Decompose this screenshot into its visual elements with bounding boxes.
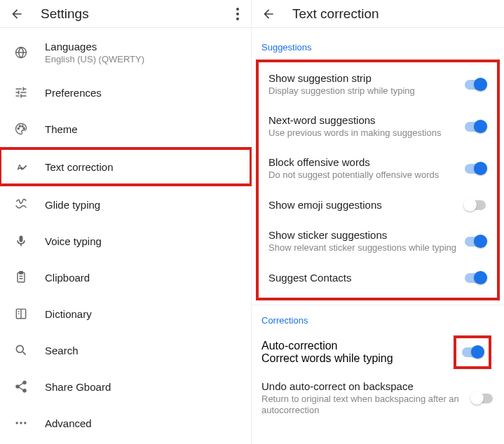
svg-point-1 <box>18 128 19 130</box>
row-title: Undo auto-correct on backspace <box>261 380 470 392</box>
row-undo-auto-correct[interactable]: Undo auto-correct on backspace Return to… <box>252 369 504 426</box>
svg-point-8 <box>16 345 23 352</box>
tune-icon <box>13 84 29 101</box>
toggle-switch[interactable] <box>463 235 487 249</box>
palette-icon <box>13 120 29 137</box>
sidebar-item-rate[interactable]: Rate us <box>0 441 251 444</box>
sidebar-item-label: Advanced <box>45 417 92 429</box>
row-next-word-suggestions[interactable]: Next-word suggestions Use previous words… <box>259 106 497 148</box>
search-icon <box>13 342 29 359</box>
sidebar-item-label: Theme <box>45 123 78 135</box>
sidebar-item-theme[interactable]: Theme <box>0 111 251 147</box>
toggle-switch[interactable] <box>470 391 494 405</box>
svg-point-2 <box>19 125 20 127</box>
row-suggest-contacts[interactable]: Suggest Contacts <box>259 263 497 293</box>
settings-list: Languages English (US) (QWERTY) Preferen… <box>0 28 251 444</box>
gesture-icon <box>13 196 29 213</box>
svg-point-13 <box>20 422 22 424</box>
spellcheck-icon <box>13 158 29 175</box>
text-correction-panel: Text correction Suggestions Show suggest… <box>252 0 504 444</box>
section-corrections: Corrections <box>252 310 504 331</box>
row-sub: Correct words while typing <box>261 352 454 365</box>
text-correction-header: Text correction <box>252 0 504 28</box>
row-sub: Display suggestion strip while typing <box>268 85 463 97</box>
clipboard-icon <box>13 269 29 286</box>
toggle-switch[interactable] <box>463 162 487 176</box>
book-icon <box>13 305 29 322</box>
sidebar-item-clipboard[interactable]: Clipboard <box>0 259 251 296</box>
row-title: Block offensive words <box>268 156 463 168</box>
arrow-back-icon <box>261 7 275 21</box>
row-sub: Show relevant sticker suggestions while … <box>268 242 463 254</box>
row-title: Auto-correction <box>261 340 454 352</box>
toggle-switch[interactable] <box>463 120 487 134</box>
row-show-sticker-suggestions[interactable]: Show sticker suggestions Show relevant s… <box>259 221 497 263</box>
sidebar-item-label: Preferences <box>45 87 102 99</box>
section-suggestions: Suggestions <box>252 28 504 58</box>
section-divider <box>252 305 504 305</box>
row-title: Suggest Contacts <box>268 272 463 284</box>
svg-rect-6 <box>20 272 23 274</box>
sidebar-item-glide-typing[interactable]: Glide typing <box>0 186 251 223</box>
arrow-back-icon <box>10 7 24 21</box>
globe-icon <box>13 44 29 61</box>
toggle-switch[interactable] <box>463 78 487 92</box>
sidebar-item-preferences[interactable]: Preferences <box>0 74 251 111</box>
sidebar-item-label: Voice typing <box>45 235 102 247</box>
toggle-switch[interactable] <box>463 271 487 285</box>
auto-correction-highlight-box <box>454 335 491 369</box>
sidebar-item-label: Search <box>45 345 79 356</box>
svg-point-14 <box>24 422 26 424</box>
row-title: Next-word suggestions <box>268 114 463 126</box>
settings-header: Settings <box>0 0 251 28</box>
sidebar-item-label: Glide typing <box>45 199 100 211</box>
sidebar-item-sub: English (US) (QWERTY) <box>45 54 144 64</box>
more-icon <box>13 415 29 431</box>
sidebar-item-text-correction[interactable]: Text correction <box>0 147 252 186</box>
row-title: Show emoji suggestions <box>268 199 463 211</box>
sidebar-item-label: Text correction <box>45 161 114 173</box>
sidebar-item-label: Clipboard <box>45 272 90 284</box>
row-block-offensive-words[interactable]: Block offensive words Do not suggest pot… <box>259 148 497 190</box>
back-button[interactable] <box>8 6 25 22</box>
sidebar-item-dictionary[interactable]: Dictionary <box>0 296 251 332</box>
toggle-switch[interactable] <box>463 198 487 212</box>
row-show-suggestion-strip[interactable]: Show suggestion strip Display suggestion… <box>259 64 497 106</box>
row-sub: Use previous words in making suggestions <box>268 127 463 139</box>
back-button[interactable] <box>260 6 277 22</box>
row-title: Show suggestion strip <box>268 72 463 84</box>
text-correction-title: Text correction <box>292 6 496 22</box>
mic-icon <box>13 233 29 249</box>
row-show-emoji-suggestions[interactable]: Show emoji suggestions <box>259 190 497 221</box>
sidebar-item-label: Dictionary <box>45 308 92 320</box>
sidebar-item-voice-typing[interactable]: Voice typing <box>0 223 251 259</box>
sidebar-item-share[interactable]: Share Gboard <box>0 368 251 405</box>
overflow-menu-button[interactable] <box>233 4 243 24</box>
svg-point-3 <box>22 125 23 127</box>
sidebar-item-languages[interactable]: Languages English (US) (QWERTY) <box>0 31 251 74</box>
toggle-switch[interactable] <box>461 345 484 359</box>
suggestions-highlight-box: Show suggestion strip Display suggestion… <box>256 60 500 300</box>
share-icon <box>13 378 29 395</box>
row-sub: Return to original text when backspacing… <box>261 394 470 417</box>
dots-icon <box>236 8 239 11</box>
row-auto-correction[interactable]: Auto-correction Correct words while typi… <box>252 331 504 369</box>
row-sub: Do not suggest potentially offensive wor… <box>268 169 463 181</box>
svg-point-4 <box>23 127 25 129</box>
sidebar-item-label: Share Gboard <box>45 381 111 393</box>
sidebar-item-label: Languages <box>45 41 144 53</box>
sidebar-item-search[interactable]: Search <box>0 332 251 368</box>
row-title: Show sticker suggestions <box>268 229 463 241</box>
settings-title: Settings <box>41 6 233 22</box>
svg-point-12 <box>16 422 18 424</box>
sidebar-item-advanced[interactable]: Advanced <box>0 405 251 441</box>
settings-panel: Settings Languages English (US) (QWERTY)… <box>0 0 252 444</box>
